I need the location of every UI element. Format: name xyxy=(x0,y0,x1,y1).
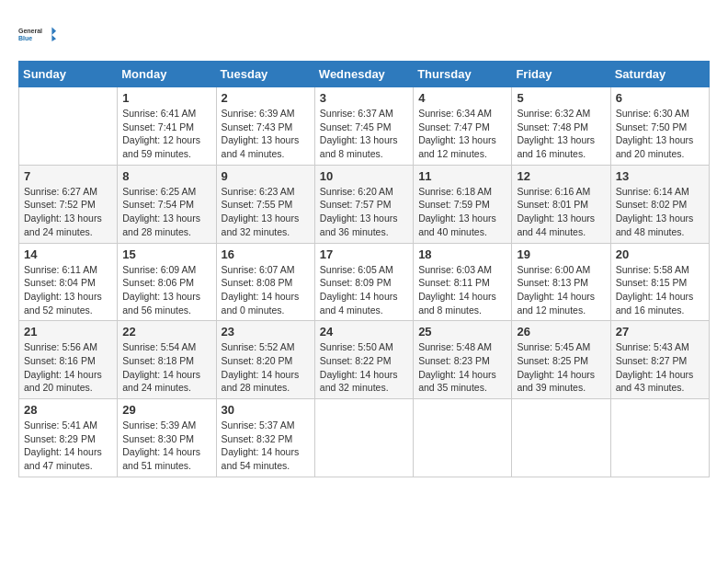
day-number: 25 xyxy=(418,325,506,339)
calendar-cell: 24Sunrise: 5:50 AMSunset: 8:22 PMDayligh… xyxy=(314,321,413,399)
page-header: General Blue xyxy=(18,15,710,53)
calendar-cell: 3Sunrise: 6:37 AMSunset: 7:45 PMDaylight… xyxy=(314,87,413,166)
day-number: 30 xyxy=(222,403,310,417)
weekday-header-thursday: Thursday xyxy=(414,62,512,87)
weekday-header-wednesday: Wednesday xyxy=(314,62,413,87)
calendar-cell: 13Sunrise: 6:14 AMSunset: 8:02 PMDayligh… xyxy=(610,165,709,243)
calendar-cell: 27Sunrise: 5:43 AMSunset: 8:27 PMDayligh… xyxy=(610,321,709,399)
day-number: 14 xyxy=(24,247,112,261)
day-info: Sunrise: 5:48 AMSunset: 8:23 PMDaylight:… xyxy=(418,340,506,395)
day-number: 27 xyxy=(616,325,704,339)
day-info: Sunrise: 5:52 AMSunset: 8:20 PMDaylight:… xyxy=(222,340,310,395)
weekday-header-friday: Friday xyxy=(512,62,610,87)
calendar-cell: 16Sunrise: 6:07 AMSunset: 8:08 PMDayligh… xyxy=(216,243,314,321)
calendar-cell: 25Sunrise: 5:48 AMSunset: 8:23 PMDayligh… xyxy=(414,321,512,399)
day-info: Sunrise: 6:14 AMSunset: 8:02 PMDaylight:… xyxy=(616,185,704,239)
day-info: Sunrise: 5:39 AMSunset: 8:30 PMDaylight:… xyxy=(122,419,210,473)
calendar-cell: 29Sunrise: 5:39 AMSunset: 8:30 PMDayligh… xyxy=(118,399,216,477)
day-number: 6 xyxy=(616,91,704,105)
calendar-week-row: 1Sunrise: 6:41 AMSunset: 7:41 PMDaylight… xyxy=(19,87,710,166)
day-number: 22 xyxy=(122,325,210,339)
day-info: Sunrise: 6:18 AMSunset: 7:59 PMDaylight:… xyxy=(418,185,506,239)
calendar-week-row: 7Sunrise: 6:27 AMSunset: 7:52 PMDaylight… xyxy=(19,165,710,243)
calendar-cell: 1Sunrise: 6:41 AMSunset: 7:41 PMDaylight… xyxy=(118,87,216,166)
day-number: 8 xyxy=(122,169,210,183)
day-number: 12 xyxy=(517,169,605,183)
day-info: Sunrise: 6:05 AMSunset: 8:09 PMDaylight:… xyxy=(320,263,408,317)
day-info: Sunrise: 6:37 AMSunset: 7:45 PMDaylight:… xyxy=(320,107,408,161)
calendar-cell xyxy=(19,87,118,166)
day-number: 16 xyxy=(222,247,310,261)
day-number: 1 xyxy=(122,91,210,105)
calendar-cell: 18Sunrise: 6:03 AMSunset: 8:11 PMDayligh… xyxy=(414,243,512,321)
logo: General Blue xyxy=(18,15,57,53)
calendar-cell: 28Sunrise: 5:41 AMSunset: 8:29 PMDayligh… xyxy=(19,399,118,477)
day-number: 23 xyxy=(222,325,310,339)
day-number: 13 xyxy=(616,169,704,183)
calendar-cell: 7Sunrise: 6:27 AMSunset: 7:52 PMDaylight… xyxy=(19,165,118,243)
day-number: 21 xyxy=(24,325,112,339)
day-info: Sunrise: 6:25 AMSunset: 7:54 PMDaylight:… xyxy=(122,185,210,239)
day-info: Sunrise: 6:00 AMSunset: 8:13 PMDaylight:… xyxy=(517,263,605,317)
calendar-cell: 8Sunrise: 6:25 AMSunset: 7:54 PMDaylight… xyxy=(118,165,216,243)
day-info: Sunrise: 6:27 AMSunset: 7:52 PMDaylight:… xyxy=(24,185,112,239)
day-info: Sunrise: 6:32 AMSunset: 7:48 PMDaylight:… xyxy=(517,107,605,161)
calendar-table: SundayMondayTuesdayWednesdayThursdayFrid… xyxy=(18,61,710,477)
day-number: 24 xyxy=(320,325,408,339)
calendar-cell: 19Sunrise: 6:00 AMSunset: 8:13 PMDayligh… xyxy=(512,243,610,321)
day-info: Sunrise: 5:54 AMSunset: 8:18 PMDaylight:… xyxy=(122,340,210,395)
day-info: Sunrise: 6:03 AMSunset: 8:11 PMDaylight:… xyxy=(418,263,506,317)
day-info: Sunrise: 6:09 AMSunset: 8:06 PMDaylight:… xyxy=(122,263,210,317)
svg-text:Blue: Blue xyxy=(18,35,32,41)
day-info: Sunrise: 5:45 AMSunset: 8:25 PMDaylight:… xyxy=(517,340,605,395)
calendar-cell xyxy=(314,399,413,477)
calendar-cell: 14Sunrise: 6:11 AMSunset: 8:04 PMDayligh… xyxy=(19,243,118,321)
calendar-cell: 4Sunrise: 6:34 AMSunset: 7:47 PMDaylight… xyxy=(414,87,512,166)
weekday-header-sunday: Sunday xyxy=(19,62,118,87)
calendar-cell xyxy=(414,399,512,477)
day-info: Sunrise: 6:23 AMSunset: 7:55 PMDaylight:… xyxy=(222,185,310,239)
day-number: 10 xyxy=(320,169,408,183)
calendar-cell: 9Sunrise: 6:23 AMSunset: 7:55 PMDaylight… xyxy=(216,165,314,243)
day-number: 28 xyxy=(24,403,112,417)
calendar-cell: 5Sunrise: 6:32 AMSunset: 7:48 PMDaylight… xyxy=(512,87,610,166)
weekday-header-saturday: Saturday xyxy=(610,62,709,87)
day-info: Sunrise: 6:34 AMSunset: 7:47 PMDaylight:… xyxy=(418,107,506,161)
weekday-header-row: SundayMondayTuesdayWednesdayThursdayFrid… xyxy=(19,62,710,87)
calendar-cell: 23Sunrise: 5:52 AMSunset: 8:20 PMDayligh… xyxy=(216,321,314,399)
svg-marker-2 xyxy=(51,28,56,41)
day-info: Sunrise: 5:43 AMSunset: 8:27 PMDaylight:… xyxy=(616,340,704,395)
weekday-header-tuesday: Tuesday xyxy=(216,62,314,87)
calendar-cell: 22Sunrise: 5:54 AMSunset: 8:18 PMDayligh… xyxy=(118,321,216,399)
day-number: 20 xyxy=(616,247,704,261)
day-number: 18 xyxy=(418,247,506,261)
day-info: Sunrise: 6:30 AMSunset: 7:50 PMDaylight:… xyxy=(616,107,704,161)
day-info: Sunrise: 6:39 AMSunset: 7:43 PMDaylight:… xyxy=(222,107,310,161)
day-number: 19 xyxy=(517,247,605,261)
day-info: Sunrise: 5:37 AMSunset: 8:32 PMDaylight:… xyxy=(222,419,310,473)
day-info: Sunrise: 5:56 AMSunset: 8:16 PMDaylight:… xyxy=(24,340,112,395)
day-info: Sunrise: 5:50 AMSunset: 8:22 PMDaylight:… xyxy=(320,340,408,395)
day-info: Sunrise: 6:16 AMSunset: 8:01 PMDaylight:… xyxy=(517,185,605,239)
calendar-week-row: 28Sunrise: 5:41 AMSunset: 8:29 PMDayligh… xyxy=(19,399,710,477)
day-info: Sunrise: 6:07 AMSunset: 8:08 PMDaylight:… xyxy=(222,263,310,317)
day-number: 15 xyxy=(122,247,210,261)
day-number: 17 xyxy=(320,247,408,261)
weekday-header-monday: Monday xyxy=(118,62,216,87)
calendar-cell xyxy=(610,399,709,477)
calendar-cell: 12Sunrise: 6:16 AMSunset: 8:01 PMDayligh… xyxy=(512,165,610,243)
calendar-week-row: 21Sunrise: 5:56 AMSunset: 8:16 PMDayligh… xyxy=(19,321,710,399)
calendar-cell: 15Sunrise: 6:09 AMSunset: 8:06 PMDayligh… xyxy=(118,243,216,321)
day-number: 3 xyxy=(320,91,408,105)
day-number: 4 xyxy=(418,91,506,105)
day-number: 11 xyxy=(418,169,506,183)
calendar-cell xyxy=(512,399,610,477)
day-number: 2 xyxy=(222,91,310,105)
calendar-cell: 2Sunrise: 6:39 AMSunset: 7:43 PMDaylight… xyxy=(216,87,314,166)
calendar-cell: 17Sunrise: 6:05 AMSunset: 8:09 PMDayligh… xyxy=(314,243,413,321)
svg-text:General: General xyxy=(18,28,42,34)
calendar-cell: 20Sunrise: 5:58 AMSunset: 8:15 PMDayligh… xyxy=(610,243,709,321)
calendar-cell: 11Sunrise: 6:18 AMSunset: 7:59 PMDayligh… xyxy=(414,165,512,243)
day-info: Sunrise: 6:20 AMSunset: 7:57 PMDaylight:… xyxy=(320,185,408,239)
day-number: 7 xyxy=(24,169,112,183)
